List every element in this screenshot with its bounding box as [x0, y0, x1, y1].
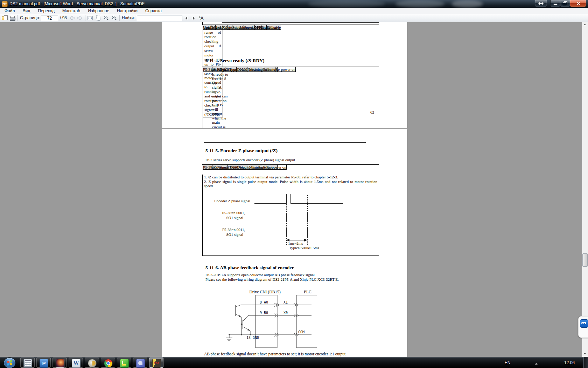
taskbar-item-plc-software[interactable] — [117, 357, 131, 368]
right-arrow-icon — [542, 2, 545, 5]
up-arrow-icon — [583, 24, 586, 25]
toolbar-separator — [119, 15, 120, 21]
glass-highlight — [396, 0, 444, 8]
pulse-width-label: 1ms~2ms — [288, 241, 303, 245]
taskbar-item-calculator[interactable] — [20, 357, 35, 368]
toolbar: Страница: / 98 Найти: — [0, 14, 588, 22]
restore-button[interactable] — [560, 0, 570, 7]
minimize-button[interactable] — [550, 0, 560, 7]
junction-dot — [229, 334, 230, 335]
parameter-table-p5-31: Parameter Signal Type Default Meaning Ef… — [202, 67, 379, 67]
table-border — [222, 22, 379, 23]
forward-button[interactable] — [77, 15, 83, 21]
find-previous-button[interactable] — [186, 16, 187, 20]
junction-dot — [241, 334, 242, 335]
start-button[interactable] — [4, 357, 16, 368]
scroll-up-button[interactable] — [582, 22, 588, 28]
z-phase-note-box: 1. /Z can be distributed to output termi… — [202, 175, 379, 256]
menu-zoom[interactable]: Масштаб — [58, 8, 84, 14]
z-phase-timing-diagram: Encoder Z phase signal P5-38=n.0001, SO1… — [204, 192, 365, 252]
pdf-page-1: P5-02 Internal torque command setting Un… — [162, 22, 407, 128]
pdf-app-icon: PDF — [2, 1, 8, 7]
teamviewer-icon — [584, 323, 585, 324]
graphics-app-icon — [136, 359, 145, 368]
close-button[interactable] — [570, 0, 586, 7]
so1-n0011-waveform — [254, 228, 343, 237]
section-heading-5-11-5: 5-11-5. Encoder Z phase output (/Z) — [205, 148, 278, 154]
plc-com-label: COM — [298, 330, 304, 334]
scrollbar-thumb[interactable] — [582, 253, 588, 267]
fit-width-button[interactable] — [87, 15, 93, 21]
pin-label-a0: 8 A0 — [260, 300, 268, 304]
paragraph: DS2-2□P□-A supports open collector outpu… — [205, 273, 316, 277]
menu-file[interactable]: Файл — [1, 8, 19, 14]
taskbar-item-p-app[interactable]: P — [36, 357, 51, 368]
signal-label: SO1 signal — [226, 232, 243, 237]
back-arrow-icon — [70, 16, 74, 20]
table-note: 1. The servo is ready to receive S-ON si… — [203, 67, 230, 128]
glass-highlight — [308, 0, 385, 8]
menu-goto[interactable]: Переход — [34, 8, 58, 14]
table-cell: Servo OFF — [244, 25, 261, 30]
zoom-out-button[interactable] — [103, 15, 110, 21]
print-button[interactable] — [9, 15, 16, 21]
plc-software-icon — [120, 359, 129, 368]
open-file-button[interactable] — [2, 15, 8, 21]
menu-view[interactable]: Вид — [19, 8, 34, 14]
table-cell: n.0000 — [236, 67, 247, 72]
show-hidden-icons-button[interactable] — [535, 357, 540, 368]
window-title: DS2-manual.pdf - [Microsoft Word - Servo… — [9, 0, 145, 8]
taskbar-apps: P W PDF — [20, 357, 163, 368]
restore-icon — [564, 1, 567, 4]
show-desktop-button[interactable] — [583, 357, 588, 368]
paragraph: Please see the following wiring diagram … — [205, 277, 339, 282]
clock[interactable]: 12:06 — [561, 357, 578, 368]
pin-label-gnd: 13 GND — [246, 336, 259, 340]
zoom-in-button[interactable] — [111, 15, 118, 21]
typical-value-label: Typical value1.5ms — [289, 246, 319, 250]
menu-favorites[interactable]: Избранное — [84, 8, 113, 14]
taskbar-item-media-player[interactable] — [85, 357, 99, 368]
signal-label: SO1 signal — [226, 216, 243, 220]
fit-page-button[interactable] — [95, 15, 102, 21]
pin-label-b0: 9 B0 — [260, 311, 268, 315]
fit-page-icon — [96, 16, 100, 20]
plc-title: PLC — [304, 289, 312, 294]
transistor-q1 — [235, 305, 241, 335]
menu-help[interactable]: Справка — [141, 8, 166, 14]
arrowhead-right-icon — [304, 239, 307, 241]
junction-dot — [241, 323, 242, 325]
taskbar-item-graphics-app[interactable] — [133, 357, 147, 368]
document-icon — [4, 15, 8, 20]
find-input[interactable] — [137, 15, 182, 21]
calculator-icon — [23, 359, 32, 368]
match-case-button[interactable]: ªA — [199, 14, 203, 22]
back-button[interactable] — [69, 15, 75, 21]
teamviewer-icon — [582, 323, 583, 324]
language-indicator[interactable]: EN — [503, 357, 512, 368]
taskbar-item-chrome[interactable] — [101, 357, 115, 368]
page-number-input[interactable] — [41, 15, 58, 21]
note-line: 1. /Z can be distributed to output termi… — [203, 175, 379, 179]
find-next-button[interactable] — [193, 16, 195, 20]
vertical-scrollbar[interactable] — [582, 22, 588, 357]
down-arrow-icon — [583, 353, 586, 354]
signal-label: P5-38=n.0001, — [222, 211, 245, 215]
paragraph-cut: AB phase feedback signal doesn’t have pa… — [204, 352, 352, 356]
table-cell: Need to distribute — [247, 67, 275, 72]
taskbar-item-photo-viewer[interactable] — [52, 357, 67, 368]
photo-viewer-icon — [56, 359, 64, 368]
table-cell: Need to distribute — [238, 165, 266, 170]
fullscreen-toggle-button[interactable] — [535, 0, 547, 7]
page-label: Страница: — [20, 14, 40, 22]
menu-settings[interactable]: Настройки — [113, 8, 141, 14]
teamviewer-panel-tab[interactable] — [578, 316, 588, 338]
document-canvas[interactable]: P5-02 Internal torque command setting Un… — [0, 22, 582, 357]
find-label: Найти: — [122, 14, 135, 22]
forward-arrow-icon — [78, 16, 82, 20]
taskbar-item-word[interactable]: W — [69, 357, 83, 368]
scroll-down-button[interactable] — [582, 351, 588, 357]
signal-label: Encoder Z phase signal — [214, 199, 250, 203]
taskbar-item-sumatra-pdf-active[interactable]: PDF — [149, 357, 163, 368]
ab-phase-wiring-diagram: Drive CN1(DB15) PLC 8 A0 9 B0 13 GND X1 … — [210, 287, 322, 357]
